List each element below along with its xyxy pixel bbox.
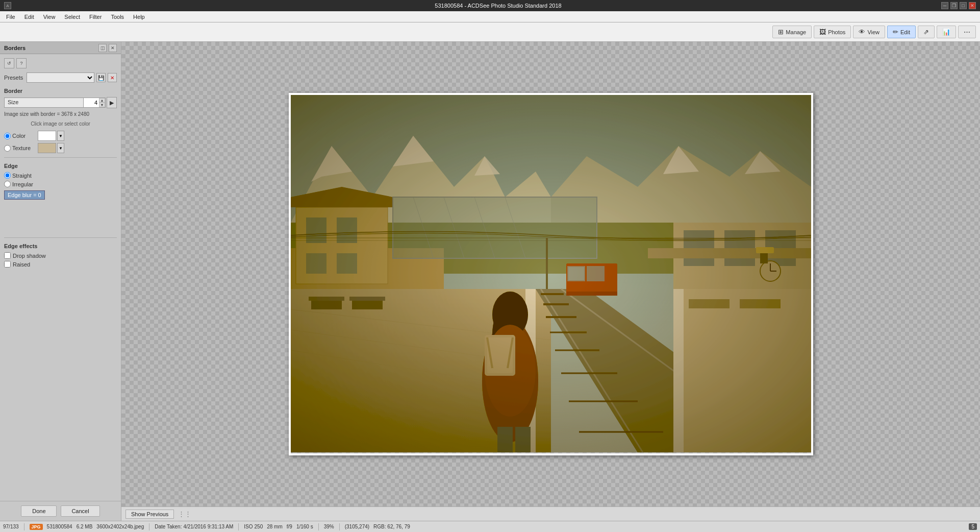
- irregular-radio-label[interactable]: Irregular: [4, 181, 35, 187]
- restore-button[interactable]: [950, 2, 958, 9]
- share-icon: ⇗: [923, 28, 929, 36]
- menu-select[interactable]: Select: [60, 13, 84, 21]
- apply-button[interactable]: ▶: [107, 97, 117, 108]
- panel-header: Borders ◫ ✕: [0, 42, 121, 54]
- texture-row: Texture ▼: [4, 143, 117, 153]
- view-button[interactable]: 👁 View: [853, 26, 885, 38]
- filesize-value: 6.2 MB: [77, 524, 93, 529]
- divider-1: [4, 157, 117, 158]
- menu-view[interactable]: View: [39, 13, 60, 21]
- show-previous-button[interactable]: Show Previous: [125, 510, 174, 519]
- color-radio[interactable]: [4, 133, 11, 139]
- straight-radio[interactable]: [4, 172, 11, 179]
- size-number-input[interactable]: [84, 98, 99, 107]
- raised-label[interactable]: Raised: [13, 261, 30, 268]
- aperture-value: f/9: [287, 524, 292, 529]
- close-button[interactable]: [969, 2, 976, 9]
- aperture-indicator: f/9: [287, 524, 292, 529]
- edge-spacer: [4, 203, 117, 233]
- size-spin-up-button[interactable]: ▲: [99, 98, 105, 103]
- divider-s5: [339, 523, 340, 530]
- color-dropdown-button[interactable]: ▼: [57, 131, 64, 141]
- straight-radio-label[interactable]: Straight: [4, 172, 35, 179]
- photo-image: [291, 95, 811, 452]
- raised-row: Raised: [4, 261, 117, 268]
- irregular-row: Irregular: [4, 181, 117, 187]
- texture-label: Texture: [12, 145, 31, 151]
- minimize-button[interactable]: [941, 2, 948, 9]
- manage-label: Manage: [786, 29, 806, 35]
- canvas-container[interactable]: [121, 42, 980, 506]
- extra-button[interactable]: ⋯: [958, 26, 976, 38]
- presets-select[interactable]: [27, 72, 94, 83]
- filename-value: 531800584: [47, 524, 72, 529]
- menu-edit[interactable]: Edit: [20, 13, 38, 21]
- chart-button[interactable]: 📊: [937, 26, 956, 38]
- menu-file[interactable]: File: [2, 13, 19, 21]
- chart-icon: 📊: [942, 28, 950, 36]
- manage-button[interactable]: ⊞ Manage: [772, 26, 812, 38]
- texture-dropdown-button[interactable]: ▼: [57, 143, 64, 153]
- texture-swatch[interactable]: [38, 143, 56, 153]
- size-spin-down-button[interactable]: ▼: [99, 103, 105, 107]
- irregular-label: Irregular: [12, 181, 33, 187]
- panel-float-button[interactable]: ◫: [98, 44, 107, 52]
- dimensions-value: 3600x2402x24b.jpeg: [96, 524, 144, 529]
- grid-icon: ⊞: [778, 28, 784, 36]
- menu-tools[interactable]: Tools: [107, 13, 128, 21]
- action-row: Done Cancel: [0, 501, 121, 521]
- position-indicator: 97/133: [3, 524, 19, 529]
- help-button[interactable]: ?: [16, 58, 27, 68]
- presets-delete-button[interactable]: ✕: [108, 73, 117, 82]
- edit-button[interactable]: ✏ Edit: [887, 26, 916, 38]
- main-content: Borders ◫ ✕ ↺ ? Presets 💾 ✕ Bord: [0, 42, 980, 521]
- shutter-value: 1/160 s: [296, 524, 313, 529]
- menu-help[interactable]: Help: [129, 13, 149, 21]
- refresh-button[interactable]: ↺: [4, 58, 14, 68]
- view-label: View: [867, 29, 880, 35]
- done-button[interactable]: Done: [21, 505, 57, 517]
- show-prev-dots: ⋮⋮: [178, 510, 191, 518]
- edge-effects-label: Edge effects: [4, 243, 117, 249]
- svg-rect-84: [291, 95, 811, 452]
- divider-s2: [149, 523, 149, 530]
- date-taken-value: 4/21/2016 9:31:13 AM: [183, 524, 233, 529]
- iso-label: ISO: [244, 524, 253, 529]
- menu-filter[interactable]: Filter: [85, 13, 106, 21]
- size-label: Size: [5, 98, 84, 107]
- divider-s4: [318, 523, 319, 530]
- divider-s1: [24, 523, 24, 530]
- presets-save-button[interactable]: 💾: [96, 73, 106, 82]
- texture-radio-label[interactable]: Texture: [4, 145, 35, 152]
- drop-shadow-label[interactable]: Drop shadow: [13, 253, 46, 259]
- format-badge: JPG: [30, 524, 43, 530]
- click-info: Click image or select color: [4, 121, 117, 127]
- page-number-badge: 5: [969, 523, 977, 530]
- drop-shadow-checkbox[interactable]: [4, 252, 11, 259]
- photos-icon: 🖼: [819, 28, 826, 36]
- divider-2: [4, 237, 117, 238]
- texture-swatch-wrapper: ▼: [38, 143, 64, 153]
- share-button[interactable]: ⇗: [918, 26, 935, 38]
- color-radio-label[interactable]: Color: [4, 133, 35, 139]
- window-title: 531800584 - ACDSee Photo Studio Standard…: [55, 3, 941, 9]
- maximize-button[interactable]: [960, 2, 967, 9]
- raised-checkbox[interactable]: [4, 261, 11, 268]
- color-swatch[interactable]: [38, 131, 56, 141]
- title-bar: A 531800584 - ACDSee Photo Studio Standa…: [0, 0, 980, 11]
- panel-close-button[interactable]: ✕: [109, 44, 117, 52]
- zoom-indicator: 39%: [324, 524, 334, 529]
- irregular-radio[interactable]: [4, 181, 11, 187]
- iso-indicator: ISO 250: [244, 524, 263, 529]
- focal-length-indicator: 28 mm: [267, 524, 283, 529]
- iso-value: 250: [255, 524, 263, 529]
- dimensions-indicator: 3600x2402x24b.jpeg: [96, 524, 144, 529]
- borders-panel: Borders ◫ ✕ ↺ ? Presets 💾 ✕ Bord: [0, 42, 121, 521]
- photos-button[interactable]: 🖼 Photos: [814, 26, 851, 38]
- coordinates-value: (3105,274): [345, 524, 369, 529]
- canvas-bottom-bar: Show Previous ⋮⋮: [121, 506, 980, 521]
- cancel-button[interactable]: Cancel: [61, 505, 99, 517]
- image-size-info: Image size with border = 3678 x 2480: [4, 111, 117, 117]
- menu-bar: File Edit View Select Filter Tools Help: [0, 11, 980, 22]
- texture-radio[interactable]: [4, 145, 11, 152]
